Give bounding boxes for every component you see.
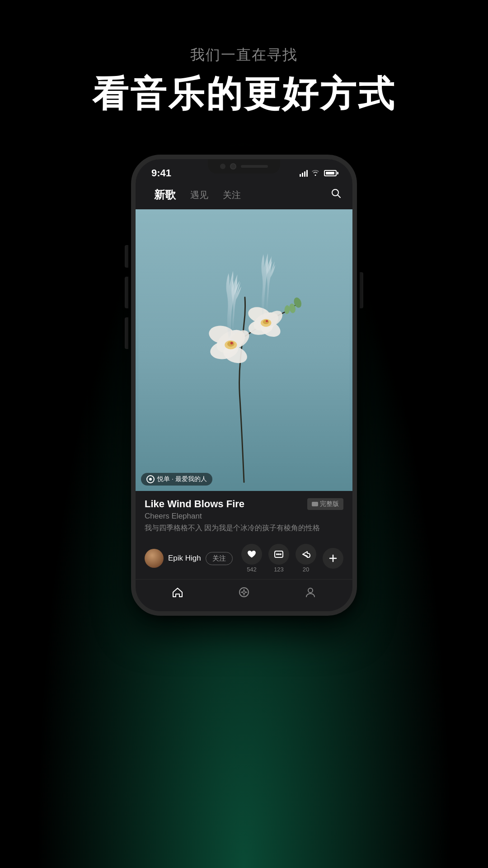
action-bar: Epik High 关注 542 (136, 544, 352, 579)
svg-point-29 (308, 588, 313, 593)
volume-down-button (125, 277, 128, 308)
battery-icon (324, 170, 337, 176)
song-title: Like Wind Blows Fire (145, 498, 244, 510)
comment-button[interactable]: 123 (268, 544, 289, 573)
phone-frame: 9:41 (131, 155, 357, 616)
notch-sensor (220, 164, 225, 169)
svg-point-24 (280, 553, 282, 555)
svg-point-21 (266, 320, 268, 322)
silent-button (125, 317, 128, 349)
playlist-icon (146, 475, 155, 483)
heart-icon (241, 544, 262, 565)
wifi-icon (311, 169, 319, 178)
album-art-container: 悦单 · 最爱我的人 (136, 209, 352, 491)
svg-point-22 (276, 553, 278, 555)
phone-mockup: 9:41 (131, 155, 357, 616)
tab-discover[interactable]: 遇见 (183, 186, 216, 204)
phone-screen: 9:41 (136, 159, 352, 611)
svg-point-13 (230, 342, 233, 344)
signal-icon (300, 170, 308, 177)
header-section: 我们一直在寻找 看音乐的更好方式 (0, 0, 488, 141)
playlist-text: 悦单 · 最爱我的人 (157, 475, 207, 483)
full-version-label: 完整版 (320, 500, 339, 508)
comment-icon (268, 544, 289, 565)
song-title-row: Like Wind Blows Fire 完整版 (145, 498, 343, 510)
svg-point-23 (278, 553, 280, 555)
header-title: 看音乐的更好方式 (0, 74, 488, 114)
svg-line-1 (338, 195, 340, 198)
tab-following[interactable]: 关注 (216, 186, 248, 204)
share-icon (296, 544, 316, 565)
notch-speaker (241, 165, 268, 168)
like-count: 542 (247, 566, 257, 573)
artist-name: Cheers Elephant (145, 512, 343, 521)
notch-camera (230, 163, 236, 170)
nav-discover[interactable] (238, 586, 250, 599)
playlist-badge: 悦单 · 最爱我的人 (141, 473, 212, 486)
share-button[interactable]: 20 (296, 544, 316, 573)
status-icons (300, 169, 337, 178)
lyrics-preview: 我与四季格格不入 因为我是个冰冷的孩子有棱角的性格 (145, 524, 343, 533)
full-version-icon (312, 502, 318, 506)
like-button[interactable]: 542 (241, 544, 262, 573)
song-info: Like Wind Blows Fire 完整版 Cheers Elephant… (136, 491, 352, 544)
search-button[interactable] (331, 189, 341, 201)
nav-tabs: 新歌 遇见 关注 (136, 181, 352, 209)
volume-up-button (125, 245, 128, 268)
avatar[interactable] (145, 549, 164, 568)
comment-count: 123 (274, 566, 284, 573)
full-version-badge[interactable]: 完整版 (307, 498, 343, 510)
bottom-nav (136, 579, 352, 611)
follow-button[interactable]: 关注 (206, 552, 233, 565)
avatar-image (145, 549, 164, 568)
action-buttons: 542 12 (241, 544, 343, 573)
username: Epik High (168, 554, 201, 563)
tab-new-songs[interactable]: 新歌 (147, 185, 183, 205)
notch (208, 159, 280, 174)
album-art: 悦单 · 最爱我的人 (136, 209, 352, 491)
svg-rect-2 (138, 209, 349, 491)
status-time: 9:41 (151, 167, 171, 179)
nav-profile[interactable] (304, 586, 317, 599)
user-info: Epik High 关注 (145, 549, 233, 568)
nav-home[interactable] (171, 586, 184, 599)
add-button[interactable] (323, 548, 343, 569)
content-area: 悦单 · 最爱我的人 Like Wind Blows Fire 完整版 Chee… (136, 209, 352, 611)
power-button (360, 272, 363, 308)
share-count: 20 (303, 566, 309, 573)
header-subtitle: 我们一直在寻找 (0, 45, 488, 65)
